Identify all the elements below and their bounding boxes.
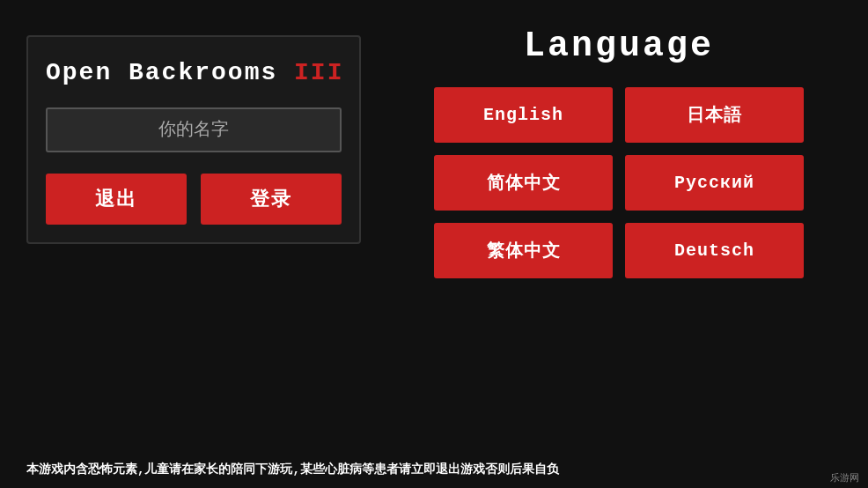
language-title: Language bbox=[524, 26, 714, 66]
title-roman: III bbox=[294, 59, 343, 86]
lang-button-english[interactable]: English bbox=[434, 87, 613, 143]
lang-button-russian[interactable]: Русский bbox=[625, 155, 804, 211]
login-button[interactable]: 登录 bbox=[201, 174, 342, 225]
right-panel: Language English 日本語 简体中文 Русский 繁体中文 D… bbox=[396, 18, 842, 479]
name-input[interactable] bbox=[46, 107, 342, 152]
button-row: 退出 登录 bbox=[46, 174, 342, 225]
title-text: Open Backrooms bbox=[46, 59, 294, 86]
bottom-warning: 本游戏内含恐怖元素,儿童请在家长的陪同下游玩,某些心脏病等患者请立即退出游戏否则… bbox=[26, 462, 842, 479]
watermark: 乐游网 bbox=[830, 471, 859, 484]
watermark-site: 乐游网 bbox=[830, 472, 859, 483]
game-title: Open Backrooms III bbox=[46, 59, 342, 86]
left-panel: Open Backrooms III 退出 登录 bbox=[26, 35, 361, 244]
language-grid: English 日本語 简体中文 Русский 繁体中文 Deutsch bbox=[434, 87, 804, 278]
warning-text: 本游戏内含恐怖元素,儿童请在家长的陪同下游玩,某些心脏病等患者请立即退出游戏否则… bbox=[26, 462, 559, 477]
lang-button-german[interactable]: Deutsch bbox=[625, 223, 804, 278]
quit-button[interactable]: 退出 bbox=[46, 174, 187, 225]
main-container: Open Backrooms III 退出 登录 Language Englis… bbox=[0, 0, 868, 488]
lang-button-japanese[interactable]: 日本語 bbox=[625, 87, 804, 143]
lang-button-simplified-chinese[interactable]: 简体中文 bbox=[434, 155, 613, 211]
lang-button-traditional-chinese[interactable]: 繁体中文 bbox=[434, 223, 613, 278]
